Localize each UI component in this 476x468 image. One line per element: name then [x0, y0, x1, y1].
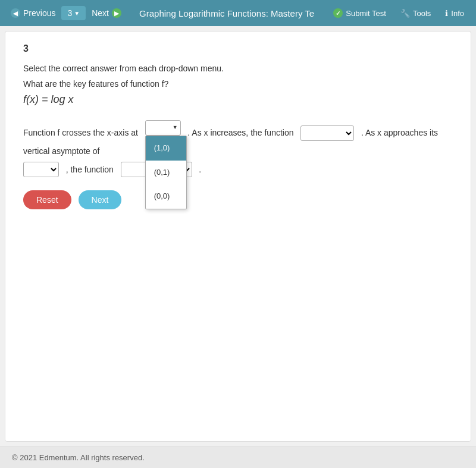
page-title: Graphing Logarithmic Functions: Mastery …: [127, 8, 326, 18]
main-content-area: 3 Select the correct answer from each dr…: [5, 31, 471, 442]
instruction-text: Select the correct answer from each drop…: [23, 64, 453, 73]
dropdown1-option-1[interactable]: (0,1): [146, 161, 186, 185]
previous-icon: ◀: [11, 8, 20, 18]
wrench-icon: 🔧: [400, 9, 410, 18]
sentence1-pre: Function f crosses the x-axis at: [23, 128, 138, 137]
next-button-nav[interactable]: Next ▶: [86, 0, 127, 26]
sentence1-post: . As x increases, the function: [187, 128, 293, 137]
chevron-down-icon: ▼: [74, 10, 80, 17]
top-nav-bar: ◀ Previous 3 ▼ Next ▶ Graphing Logarithm…: [0, 0, 476, 26]
question-num-label: 3: [67, 8, 72, 18]
dropdown1-option-2[interactable]: (0,0): [146, 184, 186, 209]
footer: © 2021 Edmentum. All rights reserved.: [0, 447, 476, 468]
next-nav-label: Next: [92, 8, 109, 18]
question-number-button[interactable]: 3 ▼: [61, 6, 86, 20]
dropdown3-select[interactable]: 0 1 -1: [23, 162, 59, 177]
nav-right-group: ✓ Submit Test 🔧 Tools ℹ Info: [326, 0, 471, 26]
sentence2-end: .: [199, 165, 201, 174]
info-icon: ℹ: [445, 9, 448, 18]
next-icon: ▶: [112, 8, 121, 18]
action-buttons: Reset Next: [23, 190, 453, 209]
next-button-main[interactable]: Next: [79, 190, 122, 209]
tools-button[interactable]: 🔧 Tools: [393, 0, 438, 26]
question-text: What are the key features of function f?: [23, 79, 453, 89]
previous-button[interactable]: ◀ Previous: [5, 0, 61, 26]
info-label: Info: [451, 9, 464, 18]
submit-test-button[interactable]: ✓ Submit Test: [326, 0, 393, 26]
sentence2-mid: , the function: [66, 165, 114, 174]
dropdown1-option-0[interactable]: (1,0): [146, 136, 186, 161]
check-icon: ✓: [333, 8, 343, 18]
copyright-text: © 2021 Edmentum. All rights reserved.: [12, 453, 145, 462]
question-number: 3: [23, 43, 453, 54]
dropdown1-button[interactable]: [145, 120, 181, 136]
previous-label: Previous: [23, 8, 55, 18]
tools-label: Tools: [413, 9, 431, 18]
dropdown1-list: (1,0) (0,1) (0,0): [145, 136, 187, 209]
submit-test-label: Submit Test: [346, 9, 386, 18]
dropdown2-select[interactable]: increases decreases: [300, 125, 354, 141]
sentence-area: Function f crosses the x-axis at (1,0) (…: [23, 120, 453, 178]
dropdown1-container: (1,0) (0,1) (0,0): [145, 120, 181, 142]
info-button[interactable]: ℹ Info: [438, 0, 471, 26]
reset-button[interactable]: Reset: [23, 190, 71, 209]
math-formula: f(x) = log x: [23, 93, 453, 106]
